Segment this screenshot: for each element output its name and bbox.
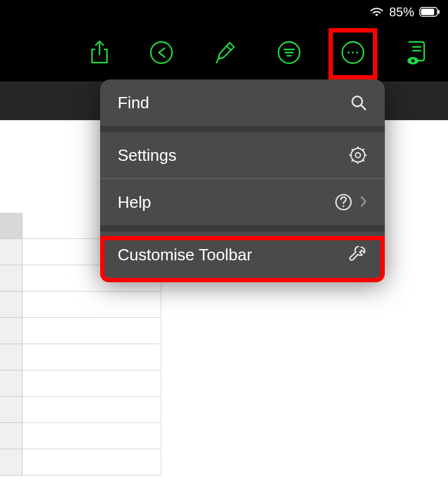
wrench-icon <box>349 245 367 264</box>
row-header[interactable] <box>0 449 23 476</box>
format-brush-button[interactable] <box>213 40 238 65</box>
row-header[interactable] <box>0 423 23 449</box>
cell[interactable] <box>23 292 161 318</box>
row-header[interactable] <box>0 239 23 265</box>
svg-line-27 <box>362 149 364 151</box>
menu-item-label: Help <box>118 193 151 212</box>
undo-button[interactable] <box>149 40 174 65</box>
row-header[interactable] <box>0 397 23 423</box>
cell[interactable] <box>23 370 161 397</box>
svg-point-15 <box>412 59 415 63</box>
cell[interactable] <box>23 397 161 423</box>
svg-line-17 <box>361 105 365 110</box>
cell[interactable] <box>23 449 161 476</box>
row-header[interactable] <box>0 370 23 397</box>
row-header[interactable] <box>0 213 23 239</box>
svg-line-25 <box>362 160 364 161</box>
cell[interactable] <box>23 318 161 344</box>
svg-point-3 <box>151 42 172 63</box>
svg-rect-1 <box>421 9 434 15</box>
row-header[interactable] <box>0 265 23 292</box>
row-header[interactable] <box>0 344 23 370</box>
svg-line-26 <box>352 160 354 161</box>
svg-point-9 <box>347 51 349 53</box>
cell[interactable] <box>23 344 161 370</box>
document-view-button[interactable] <box>404 39 429 66</box>
menu-item-label: Find <box>118 93 150 113</box>
toolbar <box>0 24 448 81</box>
gear-icon <box>349 146 367 165</box>
menu-item-help[interactable]: Help <box>100 179 385 225</box>
menu-item-settings[interactable]: Settings <box>100 132 385 178</box>
svg-rect-2 <box>438 10 440 14</box>
menu-separator <box>100 225 385 232</box>
wifi-icon <box>369 6 384 18</box>
menu-item-find[interactable]: Find <box>100 79 385 126</box>
row-headers <box>0 213 23 476</box>
menu-item-customise-toolbar[interactable]: Customise Toolbar <box>100 232 385 278</box>
svg-line-24 <box>352 149 354 151</box>
cell[interactable] <box>23 423 161 449</box>
help-icon <box>335 193 352 211</box>
svg-point-10 <box>352 51 354 53</box>
svg-point-29 <box>343 205 345 207</box>
svg-point-11 <box>356 51 358 53</box>
menu-item-label: Settings <box>118 146 176 165</box>
search-icon <box>350 94 367 111</box>
battery-icon <box>419 7 440 17</box>
filter-button[interactable] <box>277 40 302 65</box>
menu-separator <box>100 126 385 132</box>
share-button[interactable] <box>89 40 110 65</box>
chevron-right-icon <box>360 193 367 212</box>
more-menu: Find Settings Help <box>100 79 385 278</box>
status-bar: 85% <box>0 0 448 24</box>
menu-item-label: Customise Toolbar <box>118 245 252 265</box>
row-header[interactable] <box>0 292 23 318</box>
more-button[interactable] <box>340 40 365 65</box>
battery-percentage: 85% <box>389 5 414 19</box>
row-header[interactable] <box>0 318 23 344</box>
svg-point-19 <box>355 153 360 158</box>
